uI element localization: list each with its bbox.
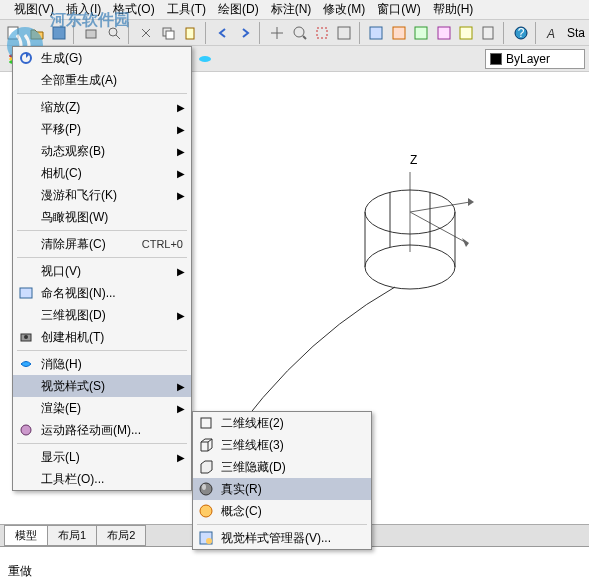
hide-icon	[17, 355, 35, 373]
dc-icon[interactable]	[389, 22, 409, 44]
tab-layout1[interactable]: 布局1	[47, 525, 97, 546]
menu-window[interactable]: 窗口(W)	[371, 0, 426, 20]
submenu-item-label: 真实(R)	[221, 481, 363, 498]
submenu-arrow-icon: ▶	[177, 452, 185, 463]
svg-point-27	[199, 56, 211, 62]
menu-modify[interactable]: 修改(M)	[317, 0, 371, 20]
submenu-item-label: 视觉样式管理器(V)...	[221, 530, 363, 547]
menu-item[interactable]: 消隐(H)	[13, 353, 191, 375]
cut-icon[interactable]	[135, 22, 155, 44]
submenu-item[interactable]: 真实(R)	[193, 478, 371, 500]
menu-tools[interactable]: 工具(T)	[161, 0, 212, 20]
blank-icon	[17, 262, 35, 280]
submenu-item-label: 三维隐藏(D)	[221, 459, 363, 476]
mark-icon[interactable]	[456, 22, 476, 44]
menu-item[interactable]: 渲染(E)▶	[13, 397, 191, 419]
redo-icon[interactable]	[235, 22, 255, 44]
svg-point-8	[294, 27, 304, 37]
svg-rect-14	[415, 27, 427, 39]
tab-layout2[interactable]: 布局2	[96, 525, 146, 546]
menu-item[interactable]: 生成(G)	[13, 47, 191, 69]
menu-item[interactable]: 清除屏幕(C)CTRL+0	[13, 233, 191, 255]
submenu-item[interactable]: 三维隐藏(D)	[193, 456, 371, 478]
menu-item[interactable]: 运动路径动画(M)...	[13, 419, 191, 441]
menu-item-label: 平移(P)	[41, 121, 183, 138]
svg-rect-7	[186, 28, 194, 39]
menu-item[interactable]: 显示(L)▶	[13, 446, 191, 468]
style-label: Sta	[567, 26, 585, 40]
zoom-icon[interactable]	[289, 22, 309, 44]
command-text: 重做	[8, 563, 32, 580]
wire3d-icon	[197, 436, 215, 454]
svg-rect-12	[370, 27, 382, 39]
view-menu-dropdown: 生成(G)全部重生成(A)缩放(Z)▶平移(P)▶动态观察(B)▶相机(C)▶漫…	[12, 46, 192, 491]
svg-rect-10	[317, 28, 327, 38]
calc-icon[interactable]	[478, 22, 498, 44]
zoomwin-icon[interactable]	[312, 22, 332, 44]
submenu-item[interactable]: 视觉样式管理器(V)...	[193, 527, 371, 549]
real-icon	[197, 480, 215, 498]
text-style-icon[interactable]: A	[543, 22, 563, 44]
svg-line-29	[410, 202, 470, 212]
layer-prev-icon[interactable]	[194, 48, 216, 70]
blank-icon	[17, 306, 35, 324]
menu-item[interactable]: 鸟瞰视图(W)	[13, 206, 191, 228]
menu-item-label: 渲染(E)	[41, 400, 183, 417]
svg-point-42	[21, 425, 31, 435]
submenu-item[interactable]: 三维线框(3)	[193, 434, 371, 456]
svg-point-44	[200, 483, 212, 495]
ssm-icon[interactable]	[433, 22, 453, 44]
menu-dim[interactable]: 标注(N)	[265, 0, 318, 20]
blank-icon	[17, 235, 35, 253]
menu-item[interactable]: 平移(P)▶	[13, 118, 191, 140]
menu-item-label: 工具栏(O)...	[41, 471, 183, 488]
help-icon[interactable]: ?	[510, 22, 530, 44]
submenu-arrow-icon: ▶	[177, 124, 185, 135]
svg-rect-39	[20, 288, 32, 298]
pan-icon[interactable]	[267, 22, 287, 44]
svg-rect-43	[201, 418, 211, 428]
menu-item[interactable]: 命名视图(N)...	[13, 282, 191, 304]
submenu-item[interactable]: 概念(C)	[193, 500, 371, 522]
menu-item[interactable]: 相机(C)▶	[13, 162, 191, 184]
menu-item[interactable]: 视觉样式(S)▶	[13, 375, 191, 397]
menu-help[interactable]: 帮助(H)	[427, 0, 480, 20]
blank-icon	[17, 448, 35, 466]
menu-item[interactable]: 工具栏(O)...	[13, 468, 191, 490]
submenu-arrow-icon: ▶	[177, 403, 185, 414]
menu-item[interactable]: 视口(V)▶	[13, 260, 191, 282]
menu-item-label: 消隐(H)	[41, 356, 183, 373]
menu-item-label: 相机(C)	[41, 165, 183, 182]
zoomext-icon[interactable]	[334, 22, 354, 44]
submenu-arrow-icon: ▶	[177, 146, 185, 157]
submenu-item[interactable]: 二维线框(2)	[193, 412, 371, 434]
svg-rect-13	[393, 27, 405, 39]
menu-item-label: 全部重生成(A)	[41, 72, 183, 89]
svg-point-45	[202, 484, 206, 490]
svg-rect-15	[438, 27, 450, 39]
svg-line-4	[116, 35, 120, 39]
paste-icon[interactable]	[180, 22, 200, 44]
menu-item[interactable]: 漫游和飞行(K)▶	[13, 184, 191, 206]
color-name: ByLayer	[506, 52, 550, 66]
menu-draw[interactable]: 绘图(D)	[212, 0, 265, 20]
menu-item[interactable]: 三维视图(D)▶	[13, 304, 191, 326]
copy-icon[interactable]	[158, 22, 178, 44]
command-line[interactable]: 重做	[0, 546, 589, 584]
color-swatch	[490, 53, 502, 65]
tp-icon[interactable]	[411, 22, 431, 44]
menu-item[interactable]: 全部重生成(A)	[13, 69, 191, 91]
color-combo[interactable]: ByLayer	[485, 49, 585, 69]
menu-item[interactable]: 动态观察(B)▶	[13, 140, 191, 162]
submenu-item-label: 概念(C)	[221, 503, 363, 520]
undo-icon[interactable]	[212, 22, 232, 44]
svg-rect-6	[166, 31, 174, 39]
menu-item-label: 鸟瞰视图(W)	[41, 209, 183, 226]
props-icon[interactable]	[366, 22, 386, 44]
svg-text:A: A	[546, 27, 555, 41]
menu-item[interactable]: 缩放(Z)▶	[13, 96, 191, 118]
tab-model[interactable]: 模型	[4, 525, 48, 546]
svg-point-41	[24, 335, 28, 339]
menu-item[interactable]: 创建相机(T)	[13, 326, 191, 348]
menu-item-label: 缩放(Z)	[41, 99, 183, 116]
